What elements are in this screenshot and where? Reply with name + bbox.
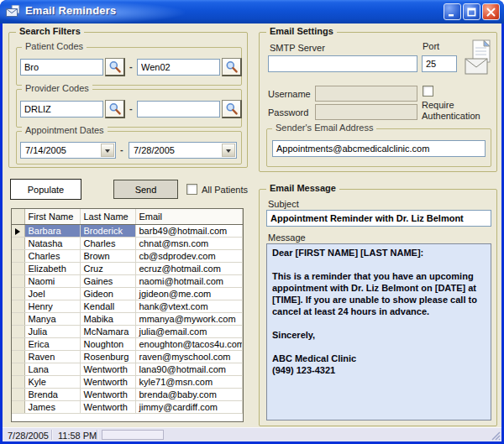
patients-grid[interactable]: First Name Last Name Email BarbaraBroder… xyxy=(11,208,244,422)
cell-first-name[interactable]: Joel xyxy=(24,287,80,300)
row-selector[interactable] xyxy=(12,312,24,325)
cell-first-name[interactable]: Erica xyxy=(24,337,80,350)
populate-button[interactable]: Populate xyxy=(10,179,81,200)
cell-email-name[interactable]: raven@myschool.com xyxy=(135,350,243,363)
row-selector[interactable] xyxy=(12,388,24,400)
row-selector[interactable] xyxy=(12,375,24,388)
row-selector[interactable] xyxy=(12,300,24,312)
row-selector[interactable] xyxy=(12,337,24,350)
row-selector[interactable] xyxy=(12,325,24,337)
row-selector[interactable] xyxy=(12,274,24,287)
cell-last-name[interactable]: Wentworth xyxy=(80,400,135,413)
cell-email-name[interactable]: barb49@hotmail.com xyxy=(135,224,243,237)
cell-first-name[interactable]: Brenda xyxy=(24,388,80,400)
sender-email-input[interactable] xyxy=(272,140,486,157)
port-input[interactable] xyxy=(422,55,457,72)
cell-last-name[interactable]: Gideon xyxy=(80,287,135,300)
cell-email-name[interactable]: cb@sdprodev.com xyxy=(135,249,243,262)
cell-last-name[interactable]: Cruz xyxy=(80,262,135,274)
table-row[interactable]: JamesWentworthjimmy@cardiff.com xyxy=(12,400,243,413)
cell-last-name[interactable]: McNamara xyxy=(80,325,135,337)
cell-email-name[interactable]: enoughton@tacos4u.com xyxy=(135,337,243,350)
message-textarea[interactable]: Dear [FIRST NAME] [LAST NAME]: This is a… xyxy=(266,243,491,420)
column-header-first-name[interactable]: First Name xyxy=(24,209,80,224)
cell-email-name[interactable]: jgideon@me.com xyxy=(135,287,243,300)
cell-last-name[interactable]: Rosenburg xyxy=(80,350,135,363)
cell-first-name[interactable]: Barbara xyxy=(24,224,80,237)
maximize-button[interactable] xyxy=(463,3,480,20)
table-row[interactable]: NatashaCharleschnat@msn.com xyxy=(12,237,243,249)
row-selector[interactable] xyxy=(12,350,24,363)
subject-input[interactable] xyxy=(266,210,491,227)
cell-email-name[interactable]: mmanya@mywork.com xyxy=(135,312,243,325)
cell-first-name[interactable]: Manya xyxy=(24,312,80,325)
provider-code-to-input[interactable] xyxy=(137,101,220,118)
column-header-last-name[interactable]: Last Name xyxy=(80,209,135,224)
cell-first-name[interactable]: Julia xyxy=(24,325,80,337)
table-row[interactable]: HenryKendallhank@vtext.com xyxy=(12,300,243,312)
cell-last-name[interactable]: Wentworth xyxy=(80,375,135,388)
date-from-combobox[interactable]: 7/14/2005 xyxy=(20,142,116,159)
cell-last-name[interactable]: Noughton xyxy=(80,337,135,350)
cell-email-name[interactable]: chnat@msn.com xyxy=(135,237,243,249)
smtp-server-input[interactable] xyxy=(268,55,417,72)
cell-email-name[interactable]: julia@email.com xyxy=(135,325,243,337)
cell-email-name[interactable]: lana90@hotmail.com xyxy=(135,363,243,375)
table-row[interactable]: CharlesBrowncb@sdprodev.com xyxy=(12,249,243,262)
all-patients-checkbox[interactable] xyxy=(186,184,197,195)
row-selector[interactable] xyxy=(12,400,24,413)
row-selector[interactable] xyxy=(12,262,24,274)
cell-last-name[interactable]: Charles xyxy=(80,237,135,249)
cell-first-name[interactable]: Charles xyxy=(24,249,80,262)
cell-last-name[interactable]: Mabika xyxy=(80,312,135,325)
cell-first-name[interactable]: Naomi xyxy=(24,274,80,287)
provider-code-from-input[interactable] xyxy=(20,101,103,118)
row-selector[interactable] xyxy=(12,224,24,237)
cell-email-name[interactable]: naomi@hotmail.com xyxy=(135,274,243,287)
table-row[interactable]: JuliaMcNamarajulia@email.com xyxy=(12,325,243,337)
date-to-combobox[interactable]: 7/28/2005 xyxy=(129,142,237,159)
table-row[interactable]: BrendaWentworthbrenda@baby.com xyxy=(12,388,243,400)
cell-email-name[interactable]: jimmy@cardiff.com xyxy=(135,400,243,413)
cell-last-name[interactable]: Brown xyxy=(80,249,135,262)
cell-first-name[interactable]: Lana xyxy=(24,363,80,375)
patient-code-from-input[interactable] xyxy=(20,59,103,76)
minimize-button[interactable] xyxy=(444,3,461,20)
cell-first-name[interactable]: Elizabeth xyxy=(24,262,80,274)
table-row[interactable]: NaomiGainesnaomi@hotmail.com xyxy=(12,274,243,287)
table-row[interactable]: LanaWentworthlana90@hotmail.com xyxy=(12,363,243,375)
date-from-dropdown-button[interactable] xyxy=(101,144,114,157)
send-button[interactable]: Send xyxy=(113,180,178,199)
table-row[interactable]: BarbaraBroderickbarb49@hotmail.com xyxy=(12,224,243,237)
cell-first-name[interactable]: Natasha xyxy=(24,237,80,249)
cell-last-name[interactable]: Kendall xyxy=(80,300,135,312)
titlebar[interactable]: Email Reminders xyxy=(0,0,504,24)
cell-email-name[interactable]: brenda@baby.com xyxy=(135,388,243,400)
table-row[interactable]: ElizabethCruzecruz@hotmail.com xyxy=(12,262,243,274)
patient-code-to-lookup-button[interactable] xyxy=(222,58,242,76)
cell-email-name[interactable]: ecruz@hotmail.com xyxy=(135,262,243,274)
cell-last-name[interactable]: Wentworth xyxy=(80,388,135,400)
require-authentication-checkbox[interactable] xyxy=(423,86,433,97)
provider-code-from-lookup-button[interactable] xyxy=(105,100,125,118)
cell-email-name[interactable]: kyle71@msn.com xyxy=(135,375,243,388)
table-row[interactable]: RavenRosenburgraven@myschool.com xyxy=(12,350,243,363)
cell-last-name[interactable]: Broderick xyxy=(80,224,135,237)
row-selector[interactable] xyxy=(12,363,24,375)
patient-code-to-input[interactable] xyxy=(137,59,220,76)
row-selector[interactable] xyxy=(12,287,24,300)
provider-code-to-lookup-button[interactable] xyxy=(222,100,242,118)
column-header-email[interactable]: Email xyxy=(135,209,243,224)
cell-last-name[interactable]: Gaines xyxy=(80,274,135,287)
table-row[interactable]: EricaNoughtonenoughton@tacos4u.com xyxy=(12,337,243,350)
table-row[interactable]: KyleWentworthkyle71@msn.com xyxy=(12,375,243,388)
table-row[interactable]: JoelGideonjgideon@me.com xyxy=(12,287,243,300)
close-button[interactable] xyxy=(482,3,500,20)
date-to-dropdown-button[interactable] xyxy=(222,144,235,157)
resize-grip-icon[interactable] xyxy=(490,430,501,441)
row-selector[interactable] xyxy=(12,249,24,262)
patient-code-from-lookup-button[interactable] xyxy=(105,58,125,76)
cell-first-name[interactable]: Kyle xyxy=(24,375,80,388)
cell-last-name[interactable]: Wentworth xyxy=(80,363,135,375)
row-selector[interactable] xyxy=(12,237,24,249)
